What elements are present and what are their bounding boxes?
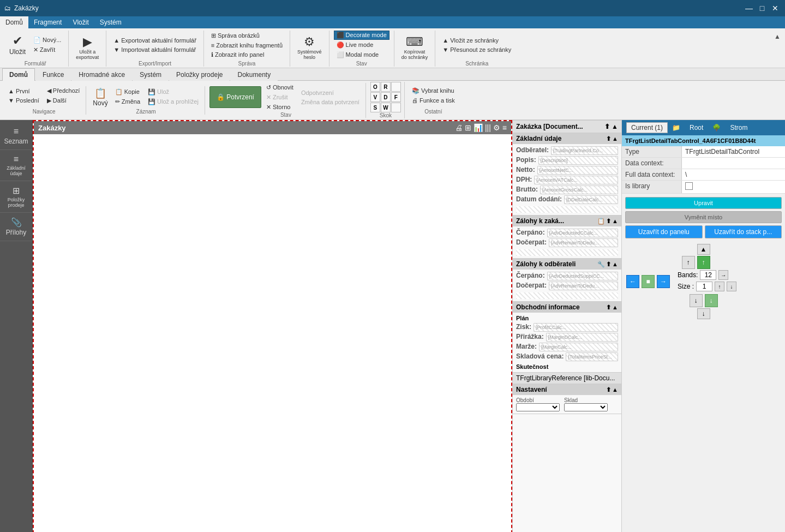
close-button[interactable]: ✕ bbox=[770, 4, 781, 13]
props-btn-uzavrit-stack[interactable]: Uzavřít do stack p... bbox=[705, 225, 782, 238]
detail-label-marze: Marže: bbox=[516, 343, 537, 351]
sidebar-item-polozky[interactable]: ⊞ Položkyprodeje bbox=[0, 181, 32, 213]
detail-icon1[interactable]: ⬆ bbox=[604, 123, 610, 130]
props-current-tab[interactable]: Current (1) bbox=[626, 122, 668, 133]
ribbon-btn-zavrit[interactable]: ✕ Zavřít bbox=[31, 45, 64, 55]
bands-btn-right[interactable]: → bbox=[718, 270, 728, 280]
size-btn-down[interactable]: ↓ bbox=[727, 282, 736, 291]
props-root-tab[interactable]: Root bbox=[685, 122, 708, 133]
tab-funkce[interactable]: Funkce bbox=[35, 68, 71, 81]
ribbon-btn-export-form[interactable]: ▲ Exportovat aktuální formulář bbox=[111, 36, 199, 45]
list-grid-icon[interactable]: ⊞ bbox=[465, 123, 471, 132]
menu-fragment[interactable]: Fragment bbox=[28, 16, 67, 28]
tab-dokumenty[interactable]: Dokumenty bbox=[230, 68, 278, 81]
move-btn-down-far[interactable]: ↓ bbox=[697, 308, 710, 319]
ribbon-btn-decorate[interactable]: ⬛ Decorate mode bbox=[334, 31, 389, 40]
tab-polozky[interactable]: Položky prodeje bbox=[169, 68, 230, 81]
list-bar-icon[interactable]: ||| bbox=[485, 123, 491, 132]
tab-system[interactable]: Systém bbox=[133, 68, 169, 81]
tab-hromadne[interactable]: Hromadné akce bbox=[71, 68, 132, 81]
ribbon-btn-heslo[interactable]: ⚙ Systémovéheslo bbox=[295, 34, 325, 62]
move-btn-left[interactable]: ← bbox=[626, 275, 639, 288]
islibrary-checkbox[interactable] bbox=[685, 182, 693, 190]
sidebar-item-seznam[interactable]: ≡ Seznam bbox=[0, 122, 32, 150]
detail-section-ns-icon2[interactable]: ▲ bbox=[612, 386, 618, 393]
props-btn-upravit[interactable]: Upravit bbox=[625, 197, 782, 209]
detail-section-zalohy-icon1[interactable]: 📋 bbox=[597, 218, 605, 225]
props-btn-uzavrit-panel[interactable]: Uzavřít do panelu bbox=[625, 225, 703, 238]
move-btn-center[interactable]: ■ bbox=[642, 275, 655, 288]
toolbar2-btn-zmena[interactable]: ✏ Změna bbox=[112, 97, 143, 106]
ribbon-btn-ulozit[interactable]: ✔ Uložit bbox=[7, 33, 28, 57]
ribbon-collapse-btn[interactable]: ▲ bbox=[774, 33, 781, 40]
menu-vlozit[interactable]: Vložit bbox=[67, 16, 94, 28]
list-print-icon[interactable]: 🖨 bbox=[455, 123, 463, 132]
minimize-button[interactable]: — bbox=[744, 4, 754, 13]
tab-doma[interactable]: Domů bbox=[2, 68, 35, 81]
toolbar2-btn-potvrzeni[interactable]: 🔒 Potvrzení bbox=[209, 86, 261, 108]
ribbon-btn-vlozit-schranka[interactable]: ▲ Vložit ze schránky bbox=[440, 36, 514, 45]
list-chart-icon[interactable]: 📊 bbox=[474, 123, 483, 132]
toolbar2-btn-posledni[interactable]: ▼ Poslední bbox=[5, 96, 42, 105]
detail-section-zalohy-icon3[interactable]: ▲ bbox=[612, 218, 618, 225]
detail-section-zo-icon2[interactable]: ⬆ bbox=[606, 261, 611, 268]
detail-section-icon1[interactable]: ⬆ bbox=[606, 135, 611, 142]
letter-btn-w[interactable]: W bbox=[381, 103, 391, 112]
toolbar2-btn-dalsi[interactable]: ▶ Další bbox=[44, 96, 83, 105]
move-btn-up[interactable]: ↑ bbox=[682, 256, 695, 269]
letter-btn-v[interactable]: V bbox=[370, 92, 380, 102]
menu-doma[interactable]: Domů bbox=[0, 16, 28, 28]
ribbon-btn-novy[interactable]: 📄 Nový... bbox=[31, 35, 64, 45]
detail-section-ob-icon1[interactable]: ⬆ bbox=[606, 304, 611, 311]
props-strom-tab[interactable]: Strom bbox=[725, 122, 752, 133]
size-btn-up[interactable]: ↑ bbox=[715, 282, 724, 291]
toolbar2-btn-predchozi[interactable]: ◀ Předchozí bbox=[44, 86, 83, 95]
detail-section-icon2[interactable]: ▲ bbox=[612, 135, 618, 142]
detail-section-zalohy-icon2[interactable]: ⬆ bbox=[606, 218, 611, 225]
move-btn-down-green[interactable]: ↓ bbox=[705, 294, 718, 307]
props-val-type: TFrgtListDetailTabControl bbox=[682, 146, 785, 157]
list-menu-icon[interactable]: ≡ bbox=[502, 123, 507, 132]
toolbar2-btn-storno[interactable]: ✕ Storno bbox=[263, 103, 296, 112]
letter-btn-s[interactable]: S bbox=[370, 103, 380, 112]
ribbon-btn-presunout-schranka[interactable]: ▼ Přesunout ze schránky bbox=[440, 45, 514, 54]
ribbon-btn-import-form[interactable]: ▼ Importovat aktuální formulář bbox=[111, 45, 199, 54]
menu-system[interactable]: Systém bbox=[94, 16, 127, 28]
letter-btn-f[interactable]: F bbox=[391, 92, 401, 102]
toolbar2-btn-novy[interactable]: 📋 Nový bbox=[91, 86, 110, 108]
ribbon-btn-modal[interactable]: ⬜ Modal mode bbox=[334, 50, 389, 59]
props-btn-row: Uzavřít do panelu Uzavřít do stack p... bbox=[625, 225, 782, 238]
ribbon-btn-sprava-obrazku[interactable]: ⊞ Správa obrázků bbox=[208, 31, 285, 40]
maximize-button[interactable]: □ bbox=[757, 4, 768, 13]
move-btn-up-far[interactable]: ▲ bbox=[697, 244, 710, 255]
letter-btn-d[interactable]: D bbox=[381, 92, 391, 102]
content-row: ≡ Seznam ≡ Základníúdaje ⊞ Položkyprodej… bbox=[0, 120, 785, 532]
detail-section-zo-icon1[interactable]: 🔧 bbox=[597, 261, 605, 268]
move-btn-down[interactable]: ↓ bbox=[690, 294, 703, 307]
toolbar2-btn-prvni[interactable]: ▲ První bbox=[5, 87, 42, 95]
ribbon-btn-zobrazit-knihu[interactable]: ≡ Zobrazit knihu fragmentů bbox=[208, 41, 285, 50]
letter-btn-r[interactable]: R bbox=[381, 82, 391, 92]
toolbar2-btn-funkce-tisk[interactable]: 🖨 Funkce a tisk bbox=[409, 96, 458, 105]
sidebar-item-zakladni[interactable]: ≡ Základníúdaje bbox=[0, 150, 32, 181]
move-btn-up-green[interactable]: ↑ bbox=[697, 256, 710, 269]
props-btn-vymenit[interactable]: Vyměnit místo bbox=[625, 211, 782, 223]
list-settings-icon[interactable]: ⚙ bbox=[493, 123, 500, 132]
ribbon-btn-live[interactable]: 🔴 Live mode bbox=[334, 40, 389, 50]
move-btn-right[interactable]: → bbox=[657, 275, 670, 288]
ribbon-btn-kopirovat[interactable]: ⌨ Kopírovatdo schránky bbox=[399, 34, 431, 62]
toolbar2-btn-kopie[interactable]: 📋 Kopie bbox=[112, 87, 143, 97]
detail-icon2[interactable]: ▲ bbox=[612, 123, 618, 130]
ribbon-btn-zobrazit-info[interactable]: ℹ Zobrazit info panel bbox=[208, 50, 285, 59]
letter-btn-o[interactable]: O bbox=[370, 82, 380, 92]
detail-section-ns-icon1[interactable]: ⬆ bbox=[606, 386, 611, 393]
detail-nastaveni-obdobi-select[interactable] bbox=[516, 403, 560, 411]
detail-section-ob-icon2[interactable]: ▲ bbox=[612, 304, 618, 311]
toolbar2-btn-vybrat-knihu[interactable]: 📚 Vybrat knihu bbox=[409, 86, 458, 95]
settings-icon: ⚙ bbox=[304, 36, 315, 48]
ribbon-btn-ulozit-export[interactable]: ▶ Uložit aexportovat bbox=[73, 34, 101, 62]
toolbar2-btn-obnovit[interactable]: ↺ Obnovit bbox=[263, 83, 296, 92]
detail-section-zo-icon3[interactable]: ▲ bbox=[612, 261, 618, 268]
detail-nastaveni-sklad-select[interactable] bbox=[564, 403, 608, 411]
sidebar-item-prilohy[interactable]: 📎 Přílohy bbox=[0, 213, 32, 241]
